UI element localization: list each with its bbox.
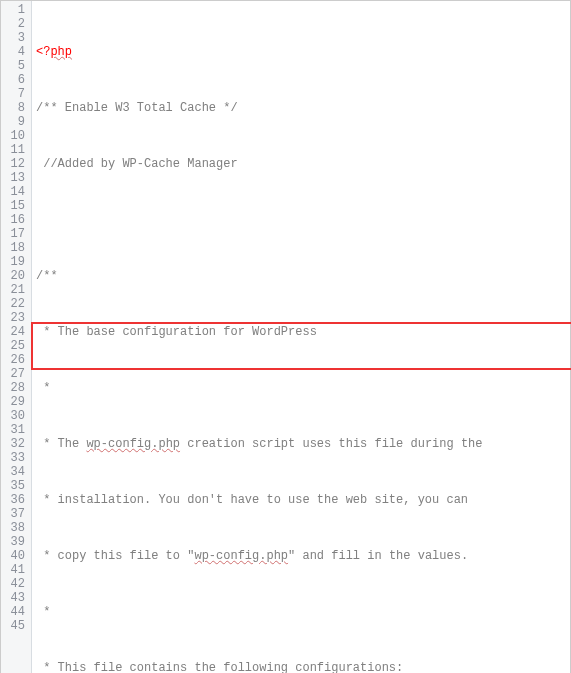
line-number: 7 [5,87,25,101]
line-number: 27 [5,367,25,381]
line-number: 21 [5,283,25,297]
code-line: * installation. You don't have to use th… [36,493,566,507]
line-number: 5 [5,59,25,73]
line-number: 42 [5,577,25,591]
line-number: 23 [5,311,25,325]
line-number: 44 [5,605,25,619]
code-line: /** [36,269,566,283]
line-number: 35 [5,479,25,493]
line-number: 31 [5,423,25,437]
line-number: 33 [5,451,25,465]
line-number: 20 [5,269,25,283]
code-editor: 1234567891011121314151617181920212223242… [0,0,571,673]
line-number: 18 [5,241,25,255]
code-line: * The wp-config.php creation script uses… [36,437,566,451]
line-number: 45 [5,619,25,633]
line-number: 13 [5,171,25,185]
code-line: * This file contains the following confi… [36,661,566,673]
line-number: 2 [5,17,25,31]
line-number: 29 [5,395,25,409]
code-line [36,213,566,227]
line-number: 8 [5,101,25,115]
code-line: /** Enable W3 Total Cache */ [36,101,566,115]
code-line: <?php [36,45,566,59]
line-number: 38 [5,521,25,535]
line-number: 30 [5,409,25,423]
line-number: 36 [5,493,25,507]
code-line: * [36,605,566,619]
php-open-tag: <? [36,45,50,59]
line-number: 16 [5,213,25,227]
line-number: 22 [5,297,25,311]
line-number: 26 [5,353,25,367]
line-number: 37 [5,507,25,521]
line-number: 14 [5,185,25,199]
line-number: 10 [5,129,25,143]
line-number: 12 [5,157,25,171]
line-number: 28 [5,381,25,395]
line-number-gutter: 1234567891011121314151617181920212223242… [1,1,32,673]
line-number: 43 [5,591,25,605]
line-number: 39 [5,535,25,549]
line-number: 11 [5,143,25,157]
line-number: 6 [5,73,25,87]
code-line: * copy this file to "wp-config.php" and … [36,549,566,563]
line-number: 17 [5,227,25,241]
code-line: * The base configuration for WordPress [36,325,566,339]
code-area[interactable]: <?php /** Enable W3 Total Cache */ //Add… [32,1,570,673]
code-line: //Added by WP-Cache Manager [36,157,566,171]
line-number: 32 [5,437,25,451]
line-number: 1 [5,3,25,17]
line-number: 4 [5,45,25,59]
code-line: * [36,381,566,395]
line-number: 40 [5,549,25,563]
line-number: 15 [5,199,25,213]
line-number: 9 [5,115,25,129]
line-number: 24 [5,325,25,339]
line-number: 19 [5,255,25,269]
line-number: 34 [5,465,25,479]
line-number: 25 [5,339,25,353]
line-number: 3 [5,31,25,45]
line-number: 41 [5,563,25,577]
